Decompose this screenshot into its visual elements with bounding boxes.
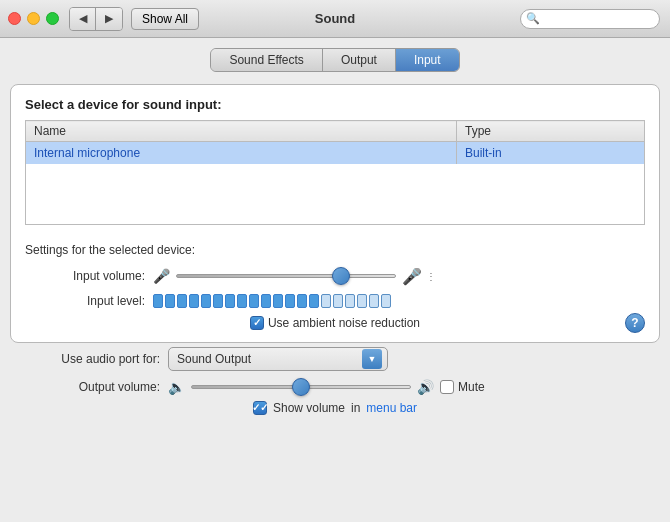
input-volume-row: Input volume: 🎤 🎤 ⋮: [25, 267, 645, 286]
output-volume-slider[interactable]: [191, 380, 411, 394]
level-bar-13: [309, 294, 319, 308]
level-bar-9: [261, 294, 271, 308]
audio-port-row: Use audio port for: Sound Output ▼: [20, 347, 650, 371]
output-slider-bg: [191, 385, 411, 389]
show-volume-checkbox[interactable]: ✓: [253, 401, 267, 415]
device-section-title: Select a device for sound input:: [25, 97, 645, 112]
volume-slider-container: 🎤 🎤: [153, 267, 422, 286]
tab-input[interactable]: Input: [396, 49, 459, 71]
level-bar-10: [273, 294, 283, 308]
title-bar: ◀ ▶ Show All Sound 🔍: [0, 0, 670, 38]
search-icon: 🔍: [526, 12, 540, 25]
output-volume-row: Output volume: 🔈 🔊 Mute: [20, 379, 650, 395]
level-bar-6: [225, 294, 235, 308]
tab-sound-effects[interactable]: Sound Effects: [211, 49, 323, 71]
settings-section: Settings for the selected device: Input …: [25, 243, 645, 330]
level-bar-16: [345, 294, 355, 308]
search-input[interactable]: [520, 9, 660, 29]
bottom-section: Use audio port for: Sound Output ▼ Outpu…: [10, 343, 660, 415]
show-volume-in: in: [351, 401, 360, 415]
maximize-button[interactable]: [46, 12, 59, 25]
volume-slider-bg: [176, 274, 396, 278]
forward-button[interactable]: ▶: [96, 8, 122, 30]
output-slider-thumb[interactable]: [292, 378, 310, 396]
device-type-cell: Built-in: [456, 142, 644, 165]
settings-title: Settings for the selected device:: [25, 243, 645, 257]
audio-port-select[interactable]: Sound Output: [168, 347, 388, 371]
show-all-button[interactable]: Show All: [131, 8, 199, 30]
audio-port-label: Use audio port for:: [20, 352, 160, 366]
table-row[interactable]: Internal microphone Built-in: [26, 142, 645, 165]
input-level-label: Input level:: [25, 294, 145, 308]
ambient-noise-label: Use ambient noise reduction: [268, 316, 420, 330]
level-bar-18: [369, 294, 379, 308]
ambient-noise-row: Use ambient noise reduction: [250, 316, 420, 330]
audio-port-dropdown-wrapper: Sound Output ▼: [168, 347, 388, 371]
minimize-button[interactable]: [27, 12, 40, 25]
level-bar-3: [189, 294, 199, 308]
show-volume-menu: menu bar: [366, 401, 417, 415]
mute-checkbox[interactable]: [440, 380, 454, 394]
output-volume-controls: 🔈 🔊 Mute: [168, 379, 485, 395]
show-volume-label: Show volume: [273, 401, 345, 415]
output-volume-label: Output volume:: [20, 380, 160, 394]
volume-slider-track[interactable]: [176, 269, 396, 283]
col-name-header: Name: [26, 121, 457, 142]
level-bar-14: [321, 294, 331, 308]
volume-slider-thumb[interactable]: [332, 267, 350, 285]
mic-small-icon: 🎤: [153, 268, 170, 284]
main-content: Sound Effects Output Input Select a devi…: [0, 38, 670, 522]
tab-output[interactable]: Output: [323, 49, 396, 71]
mute-label: Mute: [458, 380, 485, 394]
traffic-lights: [8, 12, 59, 25]
input-volume-label: Input volume:: [25, 269, 145, 283]
window-title: Sound: [315, 11, 355, 26]
show-volume-row: ✓ Show volume in menu bar: [20, 401, 650, 415]
input-panel: Select a device for sound input: Name Ty…: [10, 84, 660, 343]
level-bar-11: [285, 294, 295, 308]
device-name-cell: Internal microphone: [26, 142, 457, 165]
mute-checkbox-row: Mute: [440, 380, 485, 394]
level-bar-7: [237, 294, 247, 308]
search-box: 🔍: [520, 9, 660, 29]
col-type-header: Type: [456, 121, 644, 142]
level-bar-17: [357, 294, 367, 308]
back-button[interactable]: ◀: [70, 8, 96, 30]
ambient-noise-checkbox[interactable]: [250, 316, 264, 330]
speaker-low-icon: 🔈: [168, 379, 185, 395]
level-bar-12: [297, 294, 307, 308]
tab-group: Sound Effects Output Input: [210, 48, 459, 72]
help-button[interactable]: ?: [625, 313, 645, 333]
tabs-row: Sound Effects Output Input: [10, 48, 660, 72]
level-bar-4: [201, 294, 211, 308]
nav-buttons: ◀ ▶: [69, 7, 123, 31]
input-level-row: Input level:: [25, 294, 645, 308]
level-bar-5: [213, 294, 223, 308]
level-bar-1: [165, 294, 175, 308]
device-table: Name Type Internal microphone Built-in: [25, 120, 645, 225]
level-bar-8: [249, 294, 259, 308]
level-bar-2: [177, 294, 187, 308]
table-row-empty: [26, 164, 645, 224]
close-button[interactable]: [8, 12, 21, 25]
mic-large-icon: 🎤: [402, 267, 422, 286]
level-bar-19: [381, 294, 391, 308]
level-bar-15: [333, 294, 343, 308]
level-meters: [153, 294, 391, 308]
speaker-high-icon: 🔊: [417, 379, 434, 395]
level-bar-0: [153, 294, 163, 308]
